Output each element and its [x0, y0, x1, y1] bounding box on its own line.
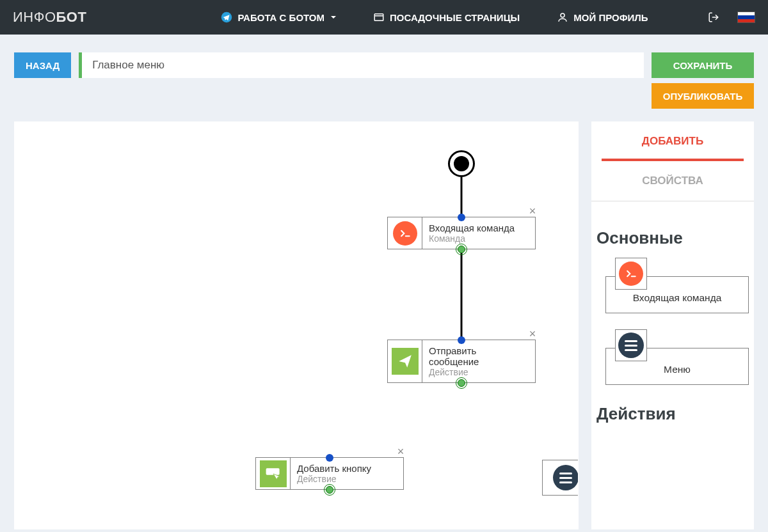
node-close-button[interactable]: ×	[527, 206, 538, 216]
start-node[interactable]	[448, 150, 475, 177]
send-icon	[388, 340, 422, 382]
node-subtitle: Действие	[429, 367, 527, 377]
node-title: Входящая команда	[429, 223, 527, 233]
user-icon	[557, 12, 568, 23]
port-in[interactable]	[458, 336, 465, 344]
button-icon	[256, 458, 291, 489]
port-in[interactable]	[458, 214, 465, 221]
section-actions-title: Действия	[596, 404, 753, 424]
flow-title-input[interactable]	[82, 52, 644, 78]
logout-icon[interactable]	[708, 12, 719, 23]
node-subtitle: Команда	[429, 233, 527, 244]
action-buttons: СОХРАНИТЬ ОПУБЛИКОВАТЬ	[652, 52, 754, 109]
nav-bot-dropdown[interactable]: РАБОТА С БОТОМ	[221, 12, 336, 23]
node-title: Отправить сообщение	[429, 345, 527, 367]
page-icon	[373, 12, 385, 23]
palette-item-label: Меню	[618, 364, 737, 375]
telegram-icon	[221, 12, 232, 23]
svg-point-3	[561, 13, 564, 17]
nav-bot-label: РАБОТА С БОТОМ	[237, 12, 324, 23]
publish-button[interactable]: ОПУБЛИКОВАТЬ	[652, 83, 754, 109]
section-main-title: Основные	[596, 228, 753, 248]
logo-bold: БОТ	[56, 9, 87, 25]
svg-rect-1	[374, 14, 383, 21]
port-out[interactable]	[458, 246, 465, 253]
palette-item-label: Входящая команда	[618, 292, 737, 304]
node-close-button[interactable]: ×	[396, 446, 406, 457]
svg-rect-7	[266, 468, 279, 475]
node-incoming-command[interactable]: Входящая команда Команда ×	[387, 217, 536, 249]
chevron-down-icon	[331, 16, 336, 19]
palette-incoming-command[interactable]: Входящая команда	[605, 276, 749, 313]
node-add-button[interactable]: Добавить кнопку Действие ×	[255, 457, 404, 490]
flow-canvas[interactable]: Входящая команда Команда × Отправить соо…	[14, 121, 579, 529]
back-button[interactable]: НАЗАД	[14, 52, 71, 78]
tab-add[interactable]: ДОБАВИТЬ	[591, 121, 754, 161]
nav-pages-label: ПОСАДОЧНЫЕ СТРАНИЦЫ	[390, 12, 520, 23]
port-in[interactable]	[326, 454, 333, 462]
save-button[interactable]: СОХРАНИТЬ	[652, 52, 754, 78]
logo-light: ИНФО	[13, 9, 56, 25]
node-close-button[interactable]: ×	[527, 329, 538, 339]
panel-tabs: ДОБАВИТЬ СВОЙСТВА	[591, 121, 754, 201]
header-right	[708, 12, 755, 23]
app-header: ИНФОБОТ РАБОТА С БОТОМ ПОСАДОЧНЫЕ СТРАНИ…	[0, 0, 768, 35]
toolbar: НАЗАД СОХРАНИТЬ ОПУБЛИКОВАТЬ	[0, 35, 768, 116]
main-area: Входящая команда Команда × Отправить соо…	[0, 116, 768, 529]
port-out[interactable]	[326, 486, 333, 494]
side-panel: ДОБАВИТЬ СВОЙСТВА Основные Входящая кома…	[591, 121, 754, 529]
nav-landing-pages[interactable]: ПОСАДОЧНЫЕ СТРАНИЦЫ	[373, 12, 520, 23]
node-title: Добавить кнопку	[297, 463, 396, 474]
palette-menu[interactable]: Меню	[605, 348, 749, 385]
language-flag-ru[interactable]	[737, 12, 755, 23]
tab-properties[interactable]: СВОЙСТВА	[591, 161, 754, 201]
node-menu-partial[interactable]	[542, 460, 579, 496]
command-icon	[388, 217, 422, 249]
port-out[interactable]	[458, 379, 465, 387]
command-icon	[615, 258, 647, 290]
nav-profile[interactable]: МОЙ ПРОФИЛЬ	[557, 12, 648, 23]
logo: ИНФОБОТ	[13, 9, 86, 26]
title-container	[79, 52, 644, 78]
nav-profile-label: МОЙ ПРОФИЛЬ	[573, 12, 648, 23]
node-subtitle: Действие	[297, 474, 396, 484]
main-nav: РАБОТА С БОТОМ ПОСАДОЧНЫЕ СТРАНИЦЫ МОЙ П…	[221, 12, 648, 23]
node-send-message[interactable]: Отправить сообщение Действие ×	[387, 340, 536, 383]
menu-icon	[615, 329, 647, 361]
